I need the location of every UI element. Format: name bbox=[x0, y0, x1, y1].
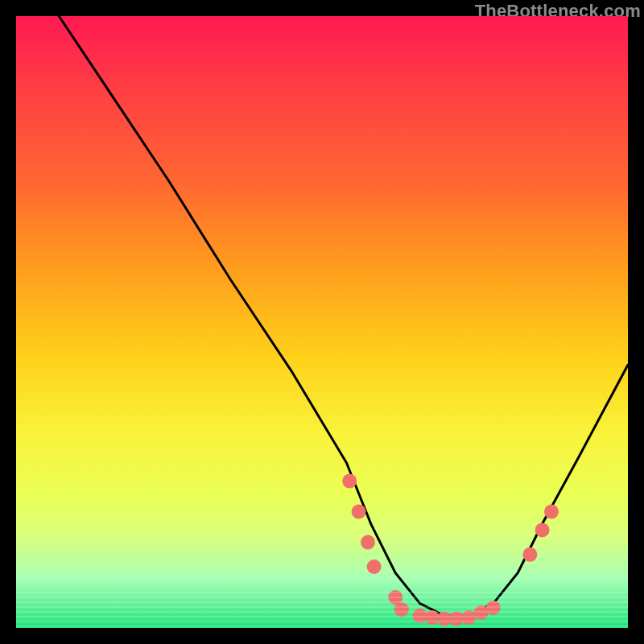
data-marker bbox=[361, 535, 375, 550]
data-marker bbox=[342, 474, 357, 489]
chart-svg bbox=[16, 16, 628, 628]
data-marker bbox=[535, 522, 550, 537]
plot-area bbox=[16, 16, 628, 628]
data-marker bbox=[449, 612, 464, 626]
data-marker bbox=[352, 505, 366, 519]
data-marker bbox=[437, 612, 452, 626]
data-marker bbox=[486, 601, 501, 615]
data-marker bbox=[413, 609, 427, 623]
data-marker bbox=[388, 590, 402, 605]
data-marker bbox=[425, 610, 440, 625]
data-marker bbox=[544, 505, 559, 519]
data-marker bbox=[461, 610, 476, 625]
data-marker bbox=[522, 547, 537, 562]
chart-frame: TheBottleneck.com bbox=[0, 0, 644, 644]
data-marker bbox=[367, 559, 382, 574]
data-marker bbox=[474, 605, 489, 620]
data-marker bbox=[394, 602, 409, 617]
